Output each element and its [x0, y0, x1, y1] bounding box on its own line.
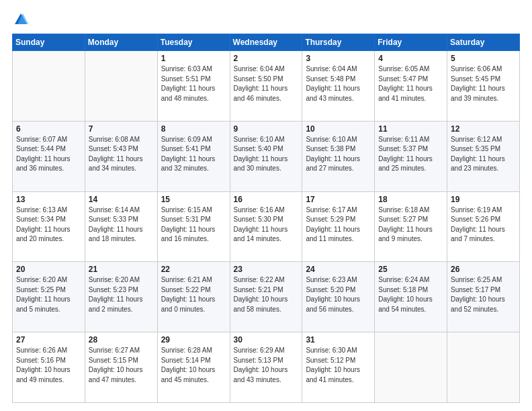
weekday-header: Sunday	[13, 34, 85, 51]
weekday-header: Wednesday	[230, 34, 302, 51]
day-number: 21	[89, 265, 154, 274]
calendar-week-row: 20Sunrise: 6:20 AMSunset: 5:25 PMDayligh…	[13, 262, 520, 332]
weekday-header-row: SundayMondayTuesdayWednesdayThursdayFrid…	[13, 34, 520, 51]
day-number: 23	[234, 265, 299, 274]
day-number: 27	[16, 335, 81, 345]
calendar-cell	[85, 51, 157, 122]
day-number: 29	[161, 335, 226, 345]
day-info: Sunrise: 6:04 AMSunset: 5:48 PMDaylight:…	[306, 64, 371, 103]
day-info: Sunrise: 6:20 AMSunset: 5:25 PMDaylight:…	[16, 275, 81, 314]
calendar-cell: 9Sunrise: 6:10 AMSunset: 5:40 PMDaylight…	[230, 121, 302, 191]
day-info: Sunrise: 6:16 AMSunset: 5:30 PMDaylight:…	[234, 205, 299, 244]
calendar-week-row: 13Sunrise: 6:13 AMSunset: 5:34 PMDayligh…	[13, 191, 520, 262]
day-number: 25	[378, 265, 443, 274]
day-info: Sunrise: 6:06 AMSunset: 5:45 PMDaylight:…	[451, 64, 516, 103]
day-number: 26	[451, 265, 516, 274]
calendar-cell: 1Sunrise: 6:03 AMSunset: 5:51 PMDaylight…	[157, 51, 230, 122]
day-info: Sunrise: 6:22 AMSunset: 5:21 PMDaylight:…	[234, 275, 299, 314]
day-info: Sunrise: 6:25 AMSunset: 5:17 PMDaylight:…	[451, 275, 516, 314]
day-info: Sunrise: 6:09 AMSunset: 5:41 PMDaylight:…	[161, 135, 226, 174]
day-number: 1	[161, 54, 226, 63]
day-info: Sunrise: 6:05 AMSunset: 5:47 PMDaylight:…	[378, 64, 443, 103]
day-info: Sunrise: 6:13 AMSunset: 5:34 PMDaylight:…	[16, 205, 81, 244]
calendar-cell: 13Sunrise: 6:13 AMSunset: 5:34 PMDayligh…	[13, 191, 85, 262]
day-info: Sunrise: 6:30 AMSunset: 5:12 PMDaylight:…	[306, 346, 371, 385]
day-info: Sunrise: 6:24 AMSunset: 5:18 PMDaylight:…	[378, 275, 443, 314]
day-info: Sunrise: 6:20 AMSunset: 5:23 PMDaylight:…	[89, 275, 154, 314]
day-number: 11	[378, 124, 443, 134]
calendar-cell: 19Sunrise: 6:19 AMSunset: 5:26 PMDayligh…	[447, 191, 520, 262]
calendar-cell: 18Sunrise: 6:18 AMSunset: 5:27 PMDayligh…	[375, 191, 447, 262]
weekday-header: Thursday	[302, 34, 375, 51]
day-number: 5	[451, 54, 516, 63]
day-info: Sunrise: 6:27 AMSunset: 5:15 PMDaylight:…	[89, 346, 154, 385]
day-info: Sunrise: 6:04 AMSunset: 5:50 PMDaylight:…	[234, 64, 299, 103]
weekday-header: Friday	[375, 34, 447, 51]
day-number: 14	[89, 195, 154, 204]
calendar-cell: 25Sunrise: 6:24 AMSunset: 5:18 PMDayligh…	[375, 262, 447, 332]
day-number: 6	[16, 124, 81, 134]
calendar-cell	[13, 51, 85, 122]
calendar-cell: 23Sunrise: 6:22 AMSunset: 5:21 PMDayligh…	[230, 262, 302, 332]
weekday-header: Tuesday	[157, 34, 230, 51]
day-info: Sunrise: 6:11 AMSunset: 5:37 PMDaylight:…	[378, 135, 443, 174]
calendar-cell: 31Sunrise: 6:30 AMSunset: 5:12 PMDayligh…	[302, 332, 375, 403]
day-info: Sunrise: 6:29 AMSunset: 5:13 PMDaylight:…	[234, 346, 299, 385]
day-number: 7	[89, 124, 154, 134]
calendar-cell	[375, 332, 447, 403]
day-number: 30	[234, 335, 299, 345]
day-number: 17	[306, 195, 371, 204]
header	[12, 12, 520, 27]
calendar-cell: 7Sunrise: 6:08 AMSunset: 5:43 PMDaylight…	[85, 121, 157, 191]
page: SundayMondayTuesdayWednesdayThursdayFrid…	[0, 0, 532, 411]
day-number: 22	[161, 265, 226, 274]
weekday-header: Monday	[85, 34, 157, 51]
day-number: 20	[16, 265, 81, 274]
day-info: Sunrise: 6:28 AMSunset: 5:14 PMDaylight:…	[161, 346, 226, 385]
calendar-week-row: 6Sunrise: 6:07 AMSunset: 5:44 PMDaylight…	[13, 121, 520, 191]
logo-icon	[13, 12, 28, 27]
day-info: Sunrise: 6:15 AMSunset: 5:31 PMDaylight:…	[161, 205, 226, 244]
calendar-cell: 10Sunrise: 6:10 AMSunset: 5:38 PMDayligh…	[302, 121, 375, 191]
day-info: Sunrise: 6:23 AMSunset: 5:20 PMDaylight:…	[306, 275, 371, 314]
calendar-cell: 21Sunrise: 6:20 AMSunset: 5:23 PMDayligh…	[85, 262, 157, 332]
calendar-week-row: 1Sunrise: 6:03 AMSunset: 5:51 PMDaylight…	[13, 51, 520, 122]
day-info: Sunrise: 6:19 AMSunset: 5:26 PMDaylight:…	[451, 205, 516, 244]
day-number: 4	[378, 54, 443, 63]
calendar-cell: 6Sunrise: 6:07 AMSunset: 5:44 PMDaylight…	[13, 121, 85, 191]
day-info: Sunrise: 6:03 AMSunset: 5:51 PMDaylight:…	[161, 64, 226, 103]
day-number: 10	[306, 124, 371, 134]
calendar-cell: 27Sunrise: 6:26 AMSunset: 5:16 PMDayligh…	[13, 332, 85, 403]
calendar-week-row: 27Sunrise: 6:26 AMSunset: 5:16 PMDayligh…	[13, 332, 520, 403]
calendar-cell: 26Sunrise: 6:25 AMSunset: 5:17 PMDayligh…	[447, 262, 520, 332]
day-info: Sunrise: 6:07 AMSunset: 5:44 PMDaylight:…	[16, 135, 81, 174]
day-number: 2	[234, 54, 299, 63]
day-number: 15	[161, 195, 226, 204]
day-info: Sunrise: 6:14 AMSunset: 5:33 PMDaylight:…	[89, 205, 154, 244]
day-number: 13	[16, 195, 81, 204]
calendar-cell: 28Sunrise: 6:27 AMSunset: 5:15 PMDayligh…	[85, 332, 157, 403]
day-info: Sunrise: 6:17 AMSunset: 5:29 PMDaylight:…	[306, 205, 371, 244]
day-number: 28	[89, 335, 154, 345]
logo	[12, 12, 28, 27]
day-number: 9	[234, 124, 299, 134]
day-number: 19	[451, 195, 516, 204]
calendar-cell: 24Sunrise: 6:23 AMSunset: 5:20 PMDayligh…	[302, 262, 375, 332]
day-info: Sunrise: 6:10 AMSunset: 5:40 PMDaylight:…	[234, 135, 299, 174]
calendar-cell: 16Sunrise: 6:16 AMSunset: 5:30 PMDayligh…	[230, 191, 302, 262]
calendar-cell: 2Sunrise: 6:04 AMSunset: 5:50 PMDaylight…	[230, 51, 302, 122]
day-info: Sunrise: 6:12 AMSunset: 5:35 PMDaylight:…	[451, 135, 516, 174]
calendar-cell: 8Sunrise: 6:09 AMSunset: 5:41 PMDaylight…	[157, 121, 230, 191]
day-info: Sunrise: 6:08 AMSunset: 5:43 PMDaylight:…	[89, 135, 154, 174]
day-number: 16	[234, 195, 299, 204]
calendar-cell: 3Sunrise: 6:04 AMSunset: 5:48 PMDaylight…	[302, 51, 375, 122]
calendar-cell: 17Sunrise: 6:17 AMSunset: 5:29 PMDayligh…	[302, 191, 375, 262]
day-info: Sunrise: 6:26 AMSunset: 5:16 PMDaylight:…	[16, 346, 81, 385]
calendar-cell: 11Sunrise: 6:11 AMSunset: 5:37 PMDayligh…	[375, 121, 447, 191]
day-number: 12	[451, 124, 516, 134]
calendar-cell: 15Sunrise: 6:15 AMSunset: 5:31 PMDayligh…	[157, 191, 230, 262]
day-info: Sunrise: 6:10 AMSunset: 5:38 PMDaylight:…	[306, 135, 371, 174]
calendar-cell: 22Sunrise: 6:21 AMSunset: 5:22 PMDayligh…	[157, 262, 230, 332]
weekday-header: Saturday	[447, 34, 520, 51]
calendar-cell	[447, 332, 520, 403]
